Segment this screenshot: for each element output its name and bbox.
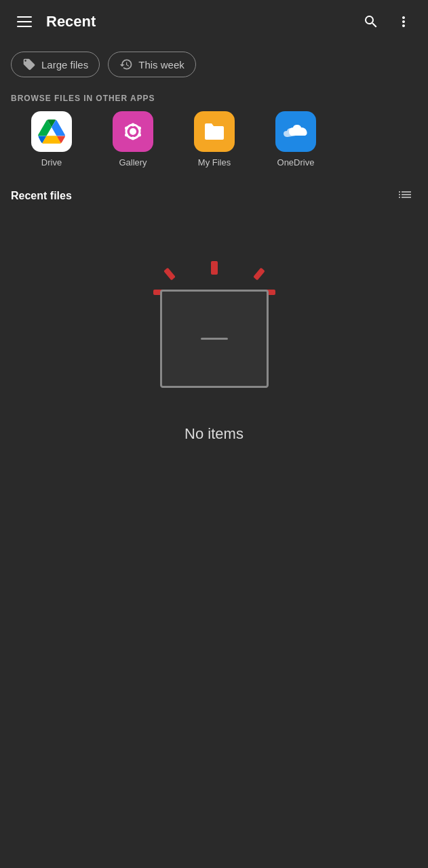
svg-point-5 — [125, 134, 128, 137]
svg-point-4 — [132, 137, 135, 140]
apps-grid: Drive Gallery My Files — [0, 111, 428, 178]
app-gallery[interactable]: Gallery — [92, 111, 174, 167]
app-myfiles[interactable]: My Files — [174, 111, 255, 167]
recent-files-title: Recent files — [11, 190, 72, 202]
this-week-label: This week — [138, 59, 184, 71]
empty-box — [160, 290, 269, 388]
onedrive-name: OneDrive — [277, 157, 315, 167]
page-title: Recent — [46, 13, 357, 31]
recent-files-header: Recent files — [0, 178, 428, 216]
svg-point-3 — [138, 134, 141, 137]
drive-name: Drive — [41, 157, 62, 167]
menu-button[interactable] — [11, 8, 38, 35]
svg-point-7 — [130, 128, 136, 135]
more-options-button[interactable] — [390, 8, 417, 35]
empty-state: No items — [0, 216, 428, 470]
svg-point-1 — [132, 123, 135, 127]
tag-icon — [22, 58, 36, 71]
search-button[interactable] — [357, 8, 385, 35]
search-icon — [363, 14, 379, 30]
this-week-chip[interactable]: This week — [108, 52, 196, 77]
onedrive-icon — [275, 111, 316, 152]
empty-illustration — [147, 257, 282, 393]
gallery-icon — [113, 111, 153, 152]
svg-point-6 — [125, 127, 128, 130]
ray-top — [211, 261, 218, 275]
more-vert-icon — [395, 14, 412, 30]
app-onedrive[interactable]: OneDrive — [255, 111, 336, 167]
filter-bar: Large files This week — [0, 43, 428, 88]
svg-point-2 — [138, 127, 141, 130]
ray-top-left — [163, 268, 176, 281]
large-files-chip[interactable]: Large files — [11, 52, 100, 77]
ray-top-right — [253, 268, 265, 281]
app-drive[interactable]: Drive — [11, 111, 92, 167]
gallery-name: Gallery — [119, 157, 147, 167]
history-icon — [119, 58, 133, 71]
app-header: Recent — [0, 0, 428, 43]
myfiles-icon — [194, 111, 235, 152]
browse-section-label: BROWSE FILES IN OTHER APPS — [0, 88, 428, 111]
myfiles-name: My Files — [198, 157, 231, 167]
header-actions — [357, 8, 417, 35]
list-view-button[interactable] — [393, 184, 417, 208]
large-files-label: Large files — [41, 59, 88, 71]
list-view-icon — [397, 188, 413, 204]
no-items-text: No items — [184, 425, 244, 443]
drive-icon — [31, 111, 72, 152]
